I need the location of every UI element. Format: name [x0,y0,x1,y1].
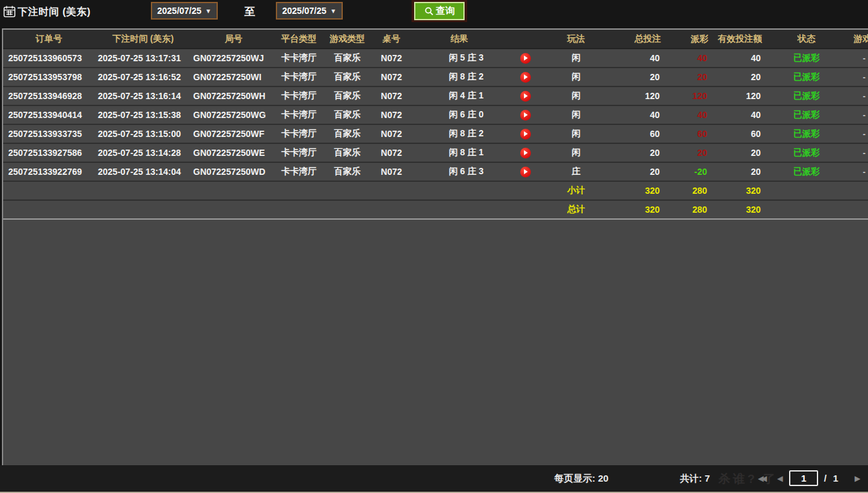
chevron-down-icon: ▼ [205,8,211,15]
cell-payout: 40 [669,105,716,124]
total-pages-label: 1 [833,473,838,484]
pager: ◀◀ ◀ / 1 ▶ [758,470,864,486]
grand-total-valid-bet: 320 [716,200,770,219]
page-number-input[interactable] [789,470,818,486]
subtotal-row: 小计 320 280 320 [3,181,868,200]
date-range-to-label: 至 [244,4,255,19]
cell-order-id: 250725133946928 [3,86,95,105]
cell-game-type: 百家乐 [322,105,372,124]
cell-total-bet: 20 [609,68,669,86]
subtotal-payout: 280 [669,181,716,200]
col-header-valid-bet: 有效投注额 [716,30,770,49]
play-video-icon[interactable] [520,148,531,158]
cell-play: 闲 [543,124,609,143]
cell-table-no: N072 [372,68,410,86]
col-header-order-id: 订单号 [3,30,95,49]
cell-result: 闲 4 庄 1 [410,86,508,105]
cell-video [508,86,543,105]
cell-game-type: 百家乐 [322,49,372,68]
cell-play: 闲 [543,143,609,162]
col-header-result: 结果 [410,30,508,49]
cell-order-id: 250725133927586 [3,143,95,162]
cell-valid-bet: 20 [716,162,770,181]
table-body: 250725133960573 2025-07-25 13:17:31 GN07… [3,49,868,181]
total-count-label: 共计: 7 [680,473,710,485]
table-header-row: 订单号 下注时间 (美东) 局号 平台类型 游戏类型 桌号 结果 玩法 总投注 … [3,30,868,49]
cell-payout: 40 [669,49,716,68]
cell-play: 闲 [543,68,609,86]
cell-bet-time: 2025-07-25 13:16:14 [95,86,191,105]
per-page-label: 每页显示: 20 [554,473,609,485]
table-row: 250725133933735 2025-07-25 13:15:00 GN07… [3,124,868,143]
cell-total-bet: 20 [609,143,669,162]
table-row: 250725133960573 2025-07-25 13:17:31 GN07… [3,49,868,68]
first-page-icon[interactable]: ◀◀ [758,474,767,483]
prev-page-icon[interactable]: ◀ [777,474,783,483]
cell-game-mode: - [843,86,868,105]
col-header-platform: 平台类型 [276,30,322,49]
cell-video [508,143,543,162]
subtotal-total-bet: 320 [609,181,669,200]
table-row: 250725133927586 2025-07-25 13:14:28 GN07… [3,143,868,162]
cell-platform: 卡卡湾厅 [276,68,322,86]
table-row: 250725133940414 2025-07-25 13:15:38 GN07… [3,105,868,124]
cell-play: 闲 [543,105,609,124]
cell-bet-time: 2025-07-25 13:14:04 [95,162,191,181]
cell-round-id: GN072257250WF [191,124,276,143]
cell-valid-bet: 60 [716,124,770,143]
cell-game-type: 百家乐 [322,162,372,181]
col-header-table-no: 桌号 [372,30,410,49]
col-header-status: 状态 [770,30,843,49]
play-video-icon[interactable] [520,91,531,102]
col-header-game-mode: 游戏模式 [843,30,868,49]
play-video-icon[interactable] [520,53,531,64]
col-header-total-bet: 总投注 [609,30,669,49]
cell-game-type: 百家乐 [322,124,372,143]
play-video-icon[interactable] [520,129,531,140]
query-button-backdrop: 查询 [412,0,467,22]
search-icon [424,6,434,16]
table-row: 250725133953798 2025-07-25 13:16:52 GN07… [3,68,868,86]
cell-game-type: 百家乐 [322,143,372,162]
cell-result: 闲 6 庄 3 [410,162,508,181]
cell-video [508,124,543,143]
next-page-icon[interactable]: ▶ [855,474,860,483]
col-header-payout: 派彩 [669,30,716,49]
cell-game-mode: - [843,49,868,68]
subtotal-valid-bet: 320 [716,181,770,200]
cell-video [508,49,543,68]
play-video-icon[interactable] [520,72,531,83]
query-button[interactable]: 查询 [414,2,465,20]
cell-valid-bet: 20 [716,143,770,162]
date-from-select[interactable]: 2025/07/25 ▼ [151,2,218,20]
cell-video [508,68,543,86]
page-divider: / [824,473,826,484]
date-to-select[interactable]: 2025/07/25 ▼ [276,2,343,20]
cell-platform: 卡卡湾厅 [276,143,322,162]
cell-status: 已派彩 [770,105,843,124]
cell-total-bet: 40 [609,49,669,68]
cell-bet-time: 2025-07-25 13:15:00 [95,124,191,143]
grand-total-label: 总计 [543,200,609,219]
cell-play: 庄 [543,162,609,181]
col-header-play: 玩法 [543,30,609,49]
cell-platform: 卡卡湾厅 [276,162,322,181]
cell-payout: 120 [669,86,716,105]
cell-order-id: 250725133922769 [3,162,95,181]
cell-status: 已派彩 [770,68,843,86]
cell-payout: 60 [669,124,716,143]
cell-status: 已派彩 [770,143,843,162]
play-video-icon[interactable] [520,167,531,177]
cell-valid-bet: 40 [716,49,770,68]
cell-table-no: N072 [372,162,410,181]
grand-total-payout: 280 [669,200,716,219]
cell-round-id: GN072257250WE [191,143,276,162]
cell-play: 闲 [543,49,609,68]
cell-platform: 卡卡湾厅 [276,124,322,143]
cell-bet-time: 2025-07-25 13:14:28 [95,143,191,162]
cell-game-mode: - [843,162,868,181]
cell-game-type: 百家乐 [322,86,372,105]
cell-round-id: GN072257250WG [191,105,276,124]
play-video-icon[interactable] [520,110,531,121]
cell-payout: 20 [669,143,716,162]
